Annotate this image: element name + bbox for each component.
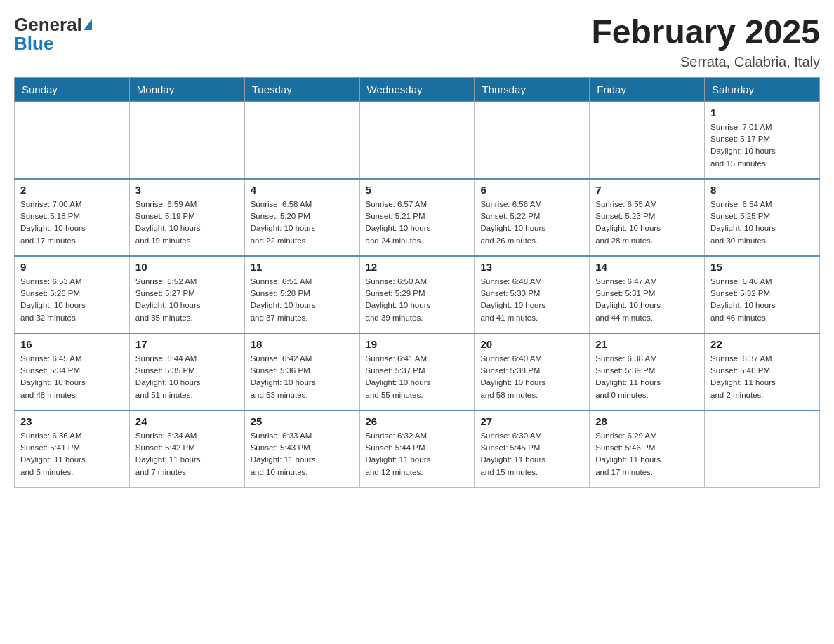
day-number: 23: [20, 415, 124, 427]
day-info: Sunrise: 6:51 AM Sunset: 5:28 PM Dayligh…: [251, 276, 354, 324]
table-row: 15Sunrise: 6:46 AM Sunset: 5:32 PM Dayli…: [705, 256, 820, 333]
day-info: Sunrise: 6:52 AM Sunset: 5:27 PM Dayligh…: [135, 276, 239, 324]
day-number: 17: [135, 338, 239, 350]
table-row: [244, 102, 359, 179]
day-number: 12: [366, 261, 469, 273]
table-row: [705, 410, 820, 488]
table-row: 25Sunrise: 6:33 AM Sunset: 5:43 PM Dayli…: [244, 410, 359, 488]
day-number: 1: [710, 107, 814, 119]
logo-blue-text: Blue: [14, 33, 53, 55]
day-number: 9: [20, 261, 124, 273]
day-info: Sunrise: 6:59 AM Sunset: 5:19 PM Dayligh…: [135, 199, 239, 247]
col-sunday: Sunday: [15, 77, 130, 102]
table-row: 1Sunrise: 7:01 AM Sunset: 5:17 PM Daylig…: [705, 102, 820, 179]
table-row: [590, 102, 705, 179]
page-header: General Blue February 2025 Serrata, Cala…: [14, 14, 820, 70]
table-row: 16Sunrise: 6:45 AM Sunset: 5:34 PM Dayli…: [15, 333, 130, 410]
day-number: 6: [480, 184, 583, 196]
col-monday: Monday: [129, 77, 244, 102]
day-number: 27: [480, 415, 583, 427]
col-saturday: Saturday: [705, 77, 820, 102]
calendar-table: Sunday Monday Tuesday Wednesday Thursday…: [14, 77, 820, 488]
day-number: 21: [595, 338, 699, 350]
table-row: 20Sunrise: 6:40 AM Sunset: 5:38 PM Dayli…: [475, 333, 590, 410]
table-row: 18Sunrise: 6:42 AM Sunset: 5:36 PM Dayli…: [244, 333, 359, 410]
day-info: Sunrise: 6:41 AM Sunset: 5:37 PM Dayligh…: [366, 353, 469, 401]
day-number: 11: [251, 261, 354, 273]
location-subtitle: Serrata, Calabria, Italy: [591, 54, 820, 70]
day-number: 14: [595, 261, 699, 273]
day-info: Sunrise: 6:36 AM Sunset: 5:41 PM Dayligh…: [20, 430, 124, 478]
day-number: 26: [366, 415, 469, 427]
table-row: 12Sunrise: 6:50 AM Sunset: 5:29 PM Dayli…: [359, 256, 475, 333]
col-friday: Friday: [590, 77, 705, 102]
day-info: Sunrise: 6:58 AM Sunset: 5:20 PM Dayligh…: [251, 199, 354, 247]
day-info: Sunrise: 6:47 AM Sunset: 5:31 PM Dayligh…: [595, 276, 699, 324]
day-number: 10: [135, 261, 239, 273]
day-info: Sunrise: 6:29 AM Sunset: 5:46 PM Dayligh…: [595, 430, 699, 478]
day-info: Sunrise: 6:46 AM Sunset: 5:32 PM Dayligh…: [710, 276, 814, 324]
table-row: 17Sunrise: 6:44 AM Sunset: 5:35 PM Dayli…: [129, 333, 244, 410]
day-number: 25: [251, 415, 354, 427]
day-info: Sunrise: 6:54 AM Sunset: 5:25 PM Dayligh…: [710, 199, 814, 247]
table-row: 7Sunrise: 6:55 AM Sunset: 5:23 PM Daylig…: [590, 179, 705, 256]
day-number: 3: [135, 184, 239, 196]
day-number: 18: [251, 338, 354, 350]
calendar-week-row: 23Sunrise: 6:36 AM Sunset: 5:41 PM Dayli…: [15, 410, 820, 488]
day-info: Sunrise: 6:33 AM Sunset: 5:43 PM Dayligh…: [251, 430, 354, 478]
month-title: February 2025: [591, 14, 820, 51]
logo: General Blue: [14, 14, 92, 55]
table-row: 9Sunrise: 6:53 AM Sunset: 5:26 PM Daylig…: [15, 256, 130, 333]
day-number: 8: [710, 184, 814, 196]
day-info: Sunrise: 6:34 AM Sunset: 5:42 PM Dayligh…: [135, 430, 239, 478]
table-row: 28Sunrise: 6:29 AM Sunset: 5:46 PM Dayli…: [590, 410, 705, 488]
table-row: [359, 102, 475, 179]
table-row: 13Sunrise: 6:48 AM Sunset: 5:30 PM Dayli…: [475, 256, 590, 333]
day-info: Sunrise: 6:55 AM Sunset: 5:23 PM Dayligh…: [595, 199, 699, 247]
table-row: 4Sunrise: 6:58 AM Sunset: 5:20 PM Daylig…: [244, 179, 359, 256]
day-number: 7: [595, 184, 699, 196]
day-number: 28: [595, 415, 699, 427]
table-row: 27Sunrise: 6:30 AM Sunset: 5:45 PM Dayli…: [475, 410, 590, 488]
table-row: 19Sunrise: 6:41 AM Sunset: 5:37 PM Dayli…: [359, 333, 475, 410]
table-row: 8Sunrise: 6:54 AM Sunset: 5:25 PM Daylig…: [705, 179, 820, 256]
day-info: Sunrise: 6:48 AM Sunset: 5:30 PM Dayligh…: [480, 276, 583, 324]
day-number: 15: [710, 261, 814, 273]
day-number: 22: [710, 338, 814, 350]
day-info: Sunrise: 6:53 AM Sunset: 5:26 PM Dayligh…: [20, 276, 124, 324]
day-info: Sunrise: 6:32 AM Sunset: 5:44 PM Dayligh…: [366, 430, 469, 478]
day-info: Sunrise: 6:44 AM Sunset: 5:35 PM Dayligh…: [135, 353, 239, 401]
day-number: 5: [366, 184, 469, 196]
day-number: 16: [20, 338, 124, 350]
table-row: 10Sunrise: 6:52 AM Sunset: 5:27 PM Dayli…: [129, 256, 244, 333]
logo-triangle-icon: [84, 19, 92, 30]
day-number: 20: [480, 338, 583, 350]
table-row: 23Sunrise: 6:36 AM Sunset: 5:41 PM Dayli…: [15, 410, 130, 488]
calendar-header-row: Sunday Monday Tuesday Wednesday Thursday…: [15, 77, 820, 102]
day-info: Sunrise: 6:45 AM Sunset: 5:34 PM Dayligh…: [20, 353, 124, 401]
day-info: Sunrise: 7:01 AM Sunset: 5:17 PM Dayligh…: [710, 121, 814, 170]
day-number: 19: [366, 338, 469, 350]
day-info: Sunrise: 6:37 AM Sunset: 5:40 PM Dayligh…: [710, 353, 814, 401]
calendar-week-row: 2Sunrise: 7:00 AM Sunset: 5:18 PM Daylig…: [15, 179, 820, 256]
col-thursday: Thursday: [475, 77, 590, 102]
table-row: 3Sunrise: 6:59 AM Sunset: 5:19 PM Daylig…: [129, 179, 244, 256]
calendar-week-row: 16Sunrise: 6:45 AM Sunset: 5:34 PM Dayli…: [15, 333, 820, 410]
table-row: [15, 102, 130, 179]
table-row: 21Sunrise: 6:38 AM Sunset: 5:39 PM Dayli…: [590, 333, 705, 410]
day-number: 24: [135, 415, 239, 427]
table-row: 24Sunrise: 6:34 AM Sunset: 5:42 PM Dayli…: [129, 410, 244, 488]
table-row: 2Sunrise: 7:00 AM Sunset: 5:18 PM Daylig…: [15, 179, 130, 256]
table-row: [475, 102, 590, 179]
day-info: Sunrise: 6:50 AM Sunset: 5:29 PM Dayligh…: [366, 276, 469, 324]
table-row: 5Sunrise: 6:57 AM Sunset: 5:21 PM Daylig…: [359, 179, 475, 256]
day-info: Sunrise: 6:57 AM Sunset: 5:21 PM Dayligh…: [366, 199, 469, 247]
day-info: Sunrise: 6:56 AM Sunset: 5:22 PM Dayligh…: [480, 199, 583, 247]
table-row: 22Sunrise: 6:37 AM Sunset: 5:40 PM Dayli…: [705, 333, 820, 410]
table-row: 11Sunrise: 6:51 AM Sunset: 5:28 PM Dayli…: [244, 256, 359, 333]
table-row: [129, 102, 244, 179]
day-info: Sunrise: 6:38 AM Sunset: 5:39 PM Dayligh…: [595, 353, 699, 401]
calendar-week-row: 1Sunrise: 7:01 AM Sunset: 5:17 PM Daylig…: [15, 102, 820, 179]
title-area: February 2025 Serrata, Calabria, Italy: [591, 14, 820, 70]
day-info: Sunrise: 7:00 AM Sunset: 5:18 PM Dayligh…: [20, 199, 124, 247]
